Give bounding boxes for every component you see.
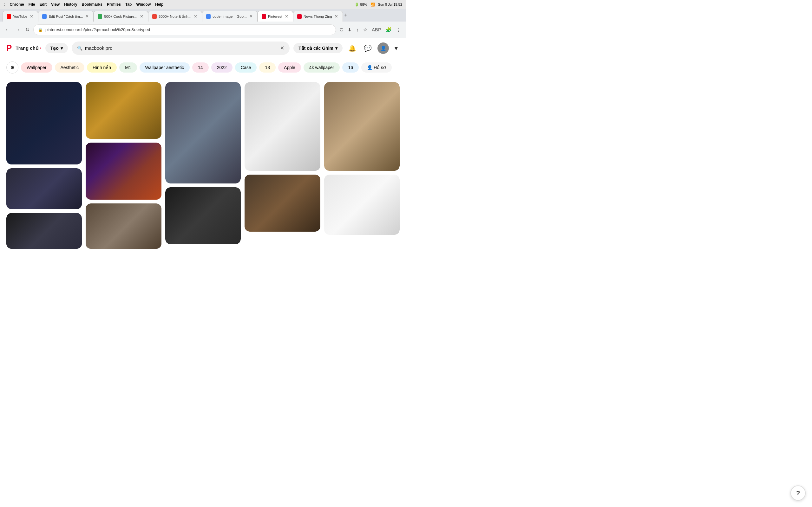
forward-button[interactable]: → xyxy=(14,26,21,34)
pin-card[interactable]: Lưu xyxy=(6,82,82,164)
menu-window[interactable]: Window xyxy=(136,2,151,7)
tab-note[interactable]: 5000+ Note & ảnh... ✕ xyxy=(148,11,202,21)
share-icon[interactable]: ↑ xyxy=(355,26,360,34)
pin-save-button[interactable]: Lưu xyxy=(299,86,316,96)
pin-card[interactable]: Lưu xyxy=(165,82,241,183)
tab-close-pinterest[interactable]: ✕ xyxy=(284,13,289,19)
pin-card[interactable]: Lưu xyxy=(6,213,82,249)
pin-card[interactable]: Lưu xyxy=(324,175,400,235)
tab-title-editpost: Edit Post "Cách tim... xyxy=(49,14,83,18)
address-bar: ← → ↻ 🔒 pinterest.com/search/pins/?q=mac… xyxy=(0,21,406,38)
chip-case[interactable]: Case xyxy=(235,62,257,72)
new-tab-button[interactable]: + xyxy=(344,12,348,19)
filter-settings-icon[interactable]: ⚙ xyxy=(6,61,18,73)
reload-button[interactable]: ↻ xyxy=(24,25,31,34)
pin-save-button[interactable]: Lưu xyxy=(299,178,316,188)
pin-card[interactable]: Lưu xyxy=(86,143,161,199)
masonry-col-4: Lưu Lưu xyxy=(245,82,320,249)
tab-editpost[interactable]: Edit Post "Cách tim... ✕ xyxy=(38,11,94,21)
menu-view[interactable]: View xyxy=(51,2,60,7)
pin-card[interactable]: Lưu xyxy=(324,82,400,171)
pin-card[interactable]: Lưu xyxy=(86,204,161,249)
macos-menu-left:  Chrome File Edit View History Bookmark… xyxy=(4,2,163,7)
tab-close-coder[interactable]: ✕ xyxy=(249,13,253,19)
tab-favicon-youtube xyxy=(7,14,11,19)
download-icon[interactable]: ⬇ xyxy=(346,26,353,34)
pin-save-button[interactable]: Lưu xyxy=(61,86,78,96)
tab-favicon-coder xyxy=(206,14,211,19)
chip-ho-so[interactable]: 👤 Hồ sơ xyxy=(361,62,392,72)
search-input[interactable] xyxy=(85,45,277,51)
pin-save-button[interactable]: Lưu xyxy=(140,147,158,156)
url-box[interactable]: 🔒 pinterest.com/search/pins/?q=macbook%2… xyxy=(33,24,336,35)
tab-close-cook[interactable]: ✕ xyxy=(139,13,144,19)
chip-16[interactable]: 16 xyxy=(342,62,359,72)
extension-icon[interactable]: 🧩 xyxy=(385,26,393,34)
pin-save-button[interactable]: Lưu xyxy=(140,207,158,217)
macos-menubar:  Chrome File Edit View History Bookmark… xyxy=(0,0,406,9)
lock-icon: 🔒 xyxy=(38,27,43,32)
tab-close-zing[interactable]: ✕ xyxy=(334,13,339,19)
tab-favicon-editpost xyxy=(42,14,47,19)
search-box[interactable]: 🔍 ✕ xyxy=(72,42,290,55)
messages-button[interactable]: 💬 xyxy=(362,43,374,54)
apple-menu[interactable]:  xyxy=(4,2,5,7)
tab-bar: YouTube ✕ Edit Post "Cách tim... ✕ 500+ … xyxy=(0,9,406,21)
tab-cook[interactable]: 500+ Cook Picture... ✕ xyxy=(94,11,148,21)
notification-bell-button[interactable]: 🔔 xyxy=(346,43,358,54)
chrome-menu-icon[interactable]: ⋮ xyxy=(395,26,402,34)
pin-card[interactable]: Lưu xyxy=(245,82,320,171)
adblock-icon[interactable]: ABP xyxy=(370,26,383,34)
pin-save-button[interactable]: Lưu xyxy=(140,86,158,96)
pin-card[interactable]: Lưu xyxy=(245,175,320,232)
chip-wallpaper-aesthetic[interactable]: Wallpaper aesthetic xyxy=(140,62,190,72)
pin-save-button[interactable]: Lưu xyxy=(219,191,237,201)
toolbar-icons: G ⬇ ↑ ☆ ABP 🧩 ⋮ xyxy=(339,26,402,34)
tab-close-editpost[interactable]: ✕ xyxy=(85,13,90,19)
pin-save-button[interactable]: Lưu xyxy=(219,86,237,96)
pin-card[interactable]: Lưu xyxy=(6,168,82,210)
tab-title-note: 5000+ Note & ảnh... xyxy=(159,14,191,19)
tab-zing[interactable]: News Thong Zing ✕ xyxy=(293,11,343,21)
tab-youtube[interactable]: YouTube ✕ xyxy=(3,11,38,21)
pin-save-button[interactable]: Lưu xyxy=(61,172,78,182)
menu-tab[interactable]: Tab xyxy=(125,2,132,7)
menu-help[interactable]: Help xyxy=(155,2,163,7)
expand-button[interactable]: ▾ xyxy=(393,43,400,54)
chip-m1[interactable]: M1 xyxy=(119,62,137,72)
chip-2022[interactable]: 2022 xyxy=(211,62,233,72)
tab-pinterest[interactable]: Pinterest ✕ xyxy=(258,11,293,21)
pin-card[interactable]: Lưu xyxy=(86,82,161,139)
tab-title-pinterest: Pinterest xyxy=(268,14,282,18)
avatar[interactable]: 👤 xyxy=(377,43,389,54)
chip-hinh-nen[interactable]: Hình nền xyxy=(87,62,117,72)
chip-13[interactable]: 13 xyxy=(259,62,275,72)
nav-home[interactable]: Trang chủ● xyxy=(15,45,41,51)
menu-file[interactable]: File xyxy=(29,2,35,7)
pin-save-button[interactable]: Lưu xyxy=(61,217,78,227)
menu-history[interactable]: History xyxy=(64,2,77,7)
tab-close-youtube[interactable]: ✕ xyxy=(29,13,34,19)
tab-coder[interactable]: coder image – Goo... ✕ xyxy=(202,11,257,21)
menu-bookmarks[interactable]: Bookmarks xyxy=(82,2,102,7)
bookmark-icon[interactable]: ☆ xyxy=(362,26,368,34)
back-button[interactable]: ← xyxy=(4,26,11,34)
chip-aesthetic[interactable]: Aesthetic xyxy=(55,62,85,72)
filter-dropdown[interactable]: Tất cả các Ghim ▾ xyxy=(293,43,343,53)
chip-wallpaper[interactable]: Wallpaper xyxy=(21,62,52,72)
chip-apple[interactable]: Apple xyxy=(278,62,301,72)
chip-4k-wallpaper[interactable]: 4k wallpaper xyxy=(304,62,340,72)
search-clear-button[interactable]: ✕ xyxy=(280,45,284,51)
macos-status-right: 🔋 88% 📶 Sun 9 Jul 19:52 xyxy=(355,3,402,7)
menu-chrome[interactable]: Chrome xyxy=(9,2,24,7)
menu-edit[interactable]: Edit xyxy=(39,2,47,7)
pin-card[interactable]: Lưu xyxy=(165,187,241,244)
tab-close-note[interactable]: ✕ xyxy=(193,13,198,19)
chip-14[interactable]: 14 xyxy=(192,62,209,72)
pinterest-logo[interactable]: P xyxy=(6,43,12,53)
google-icon[interactable]: G xyxy=(339,26,345,34)
pin-save-button[interactable]: Lưu xyxy=(378,178,396,188)
pin-save-button[interactable]: Lưu xyxy=(378,86,396,96)
menu-profiles[interactable]: Profiles xyxy=(107,2,121,7)
nav-create[interactable]: Tạo ▾ xyxy=(45,43,68,53)
